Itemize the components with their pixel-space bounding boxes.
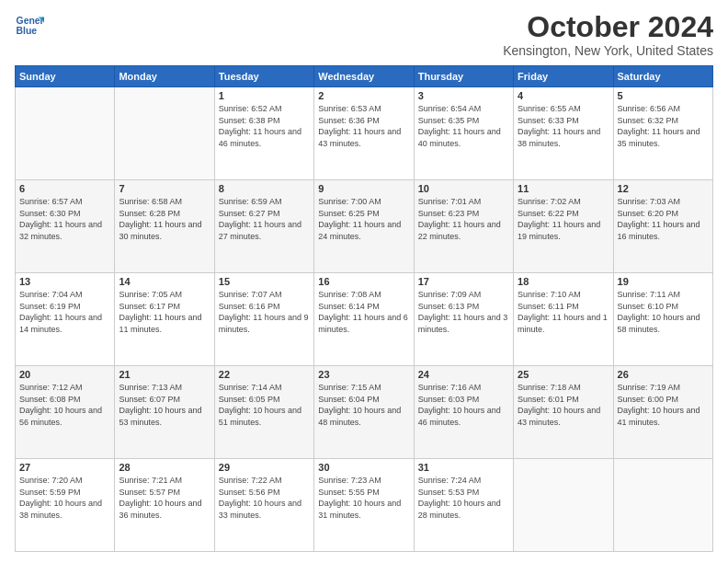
calendar-cell: 13Sunrise: 7:04 AM Sunset: 6:19 PM Dayli… <box>16 273 115 366</box>
day-number: 30 <box>318 462 409 473</box>
day-number: 9 <box>318 183 409 194</box>
day-number: 25 <box>518 369 609 380</box>
day-number: 31 <box>418 462 509 473</box>
day-number: 8 <box>219 183 310 194</box>
calendar-cell: 30Sunrise: 7:23 AM Sunset: 5:55 PM Dayli… <box>314 459 414 552</box>
calendar-cell: 2Sunrise: 6:53 AM Sunset: 6:36 PM Daylig… <box>314 87 414 180</box>
calendar-cell <box>514 459 613 552</box>
calendar-cell: 11Sunrise: 7:02 AM Sunset: 6:22 PM Dayli… <box>514 180 613 273</box>
day-number: 6 <box>19 183 110 194</box>
header: General Blue October 2024 Kensington, Ne… <box>15 11 713 58</box>
day-number: 23 <box>318 369 409 380</box>
day-info: Sunrise: 6:52 AM Sunset: 6:38 PM Dayligh… <box>219 103 310 149</box>
day-info: Sunrise: 7:07 AM Sunset: 6:16 PM Dayligh… <box>219 289 310 335</box>
day-info: Sunrise: 6:53 AM Sunset: 6:36 PM Dayligh… <box>318 103 409 149</box>
title-block: October 2024 Kensington, New York, Unite… <box>503 11 713 58</box>
day-number: 29 <box>219 462 310 473</box>
calendar-cell <box>115 87 214 180</box>
day-info: Sunrise: 6:54 AM Sunset: 6:35 PM Dayligh… <box>418 103 509 149</box>
day-number: 19 <box>618 276 709 287</box>
day-info: Sunrise: 6:57 AM Sunset: 6:30 PM Dayligh… <box>19 196 110 242</box>
calendar-table: SundayMondayTuesdayWednesdayThursdayFrid… <box>15 65 713 552</box>
calendar-week-4: 20Sunrise: 7:12 AM Sunset: 6:08 PM Dayli… <box>16 366 713 459</box>
day-info: Sunrise: 7:02 AM Sunset: 6:22 PM Dayligh… <box>518 196 609 242</box>
day-number: 1 <box>219 90 310 101</box>
day-number: 17 <box>418 276 509 287</box>
day-info: Sunrise: 7:15 AM Sunset: 6:04 PM Dayligh… <box>318 382 409 428</box>
calendar-cell: 21Sunrise: 7:13 AM Sunset: 6:07 PM Dayli… <box>115 366 214 459</box>
logo-icon: General Blue <box>15 11 44 40</box>
day-info: Sunrise: 6:55 AM Sunset: 6:33 PM Dayligh… <box>518 103 609 149</box>
calendar-week-3: 13Sunrise: 7:04 AM Sunset: 6:19 PM Dayli… <box>16 273 713 366</box>
day-info: Sunrise: 7:24 AM Sunset: 5:53 PM Dayligh… <box>418 475 509 521</box>
page: General Blue October 2024 Kensington, Ne… <box>0 0 728 563</box>
day-info: Sunrise: 6:56 AM Sunset: 6:32 PM Dayligh… <box>618 103 709 149</box>
calendar-cell: 5Sunrise: 6:56 AM Sunset: 6:32 PM Daylig… <box>613 87 712 180</box>
day-number: 15 <box>219 276 310 287</box>
calendar-cell: 18Sunrise: 7:10 AM Sunset: 6:11 PM Dayli… <box>514 273 613 366</box>
calendar-cell: 28Sunrise: 7:21 AM Sunset: 5:57 PM Dayli… <box>115 459 214 552</box>
calendar-cell: 14Sunrise: 7:05 AM Sunset: 6:17 PM Dayli… <box>115 273 214 366</box>
day-number: 24 <box>418 369 509 380</box>
calendar-cell: 17Sunrise: 7:09 AM Sunset: 6:13 PM Dayli… <box>414 273 513 366</box>
calendar-body: 1Sunrise: 6:52 AM Sunset: 6:38 PM Daylig… <box>16 87 713 552</box>
day-info: Sunrise: 7:03 AM Sunset: 6:20 PM Dayligh… <box>618 196 709 242</box>
calendar-cell: 10Sunrise: 7:01 AM Sunset: 6:23 PM Dayli… <box>414 180 513 273</box>
day-info: Sunrise: 7:01 AM Sunset: 6:23 PM Dayligh… <box>418 196 509 242</box>
day-info: Sunrise: 7:16 AM Sunset: 6:03 PM Dayligh… <box>418 382 509 428</box>
calendar-cell: 29Sunrise: 7:22 AM Sunset: 5:56 PM Dayli… <box>214 459 313 552</box>
weekday-header-friday: Friday <box>514 66 613 87</box>
weekday-header-monday: Monday <box>115 66 214 87</box>
day-number: 28 <box>119 462 210 473</box>
location: Kensington, New York, United States <box>503 43 713 58</box>
calendar-cell <box>16 87 115 180</box>
day-info: Sunrise: 7:12 AM Sunset: 6:08 PM Dayligh… <box>19 382 110 428</box>
day-info: Sunrise: 7:20 AM Sunset: 5:59 PM Dayligh… <box>19 475 110 521</box>
calendar-cell: 15Sunrise: 7:07 AM Sunset: 6:16 PM Dayli… <box>214 273 313 366</box>
weekday-header-saturday: Saturday <box>613 66 712 87</box>
day-info: Sunrise: 7:18 AM Sunset: 6:01 PM Dayligh… <box>518 382 609 428</box>
calendar-cell: 9Sunrise: 7:00 AM Sunset: 6:25 PM Daylig… <box>314 180 414 273</box>
day-number: 22 <box>219 369 310 380</box>
day-number: 27 <box>19 462 110 473</box>
day-info: Sunrise: 7:10 AM Sunset: 6:11 PM Dayligh… <box>518 289 609 335</box>
day-number: 18 <box>518 276 609 287</box>
calendar-cell: 27Sunrise: 7:20 AM Sunset: 5:59 PM Dayli… <box>16 459 115 552</box>
day-info: Sunrise: 7:14 AM Sunset: 6:05 PM Dayligh… <box>219 382 310 428</box>
calendar-cell: 23Sunrise: 7:15 AM Sunset: 6:04 PM Dayli… <box>314 366 414 459</box>
calendar-cell: 31Sunrise: 7:24 AM Sunset: 5:53 PM Dayli… <box>414 459 513 552</box>
calendar-cell: 4Sunrise: 6:55 AM Sunset: 6:33 PM Daylig… <box>514 87 613 180</box>
day-number: 2 <box>318 90 409 101</box>
calendar-week-1: 1Sunrise: 6:52 AM Sunset: 6:38 PM Daylig… <box>16 87 713 180</box>
day-info: Sunrise: 7:19 AM Sunset: 6:00 PM Dayligh… <box>618 382 709 428</box>
calendar-cell: 24Sunrise: 7:16 AM Sunset: 6:03 PM Dayli… <box>414 366 513 459</box>
weekday-header-sunday: Sunday <box>16 66 115 87</box>
day-number: 14 <box>119 276 210 287</box>
day-info: Sunrise: 7:00 AM Sunset: 6:25 PM Dayligh… <box>318 196 409 242</box>
calendar-cell: 3Sunrise: 6:54 AM Sunset: 6:35 PM Daylig… <box>414 87 513 180</box>
day-number: 5 <box>618 90 709 101</box>
day-number: 13 <box>19 276 110 287</box>
calendar-cell: 26Sunrise: 7:19 AM Sunset: 6:00 PM Dayli… <box>613 366 712 459</box>
calendar-cell: 12Sunrise: 7:03 AM Sunset: 6:20 PM Dayli… <box>613 180 712 273</box>
day-number: 7 <box>119 183 210 194</box>
calendar-week-5: 27Sunrise: 7:20 AM Sunset: 5:59 PM Dayli… <box>16 459 713 552</box>
calendar-header-row: SundayMondayTuesdayWednesdayThursdayFrid… <box>16 66 713 87</box>
day-info: Sunrise: 7:23 AM Sunset: 5:55 PM Dayligh… <box>318 475 409 521</box>
day-number: 4 <box>518 90 609 101</box>
day-info: Sunrise: 6:58 AM Sunset: 6:28 PM Dayligh… <box>119 196 210 242</box>
day-number: 11 <box>518 183 609 194</box>
day-number: 3 <box>418 90 509 101</box>
day-info: Sunrise: 7:21 AM Sunset: 5:57 PM Dayligh… <box>119 475 210 521</box>
day-info: Sunrise: 7:08 AM Sunset: 6:14 PM Dayligh… <box>318 289 409 335</box>
day-info: Sunrise: 6:59 AM Sunset: 6:27 PM Dayligh… <box>219 196 310 242</box>
day-number: 10 <box>418 183 509 194</box>
day-info: Sunrise: 7:09 AM Sunset: 6:13 PM Dayligh… <box>418 289 509 335</box>
svg-text:Blue: Blue <box>17 26 38 36</box>
calendar-cell: 22Sunrise: 7:14 AM Sunset: 6:05 PM Dayli… <box>214 366 313 459</box>
day-number: 16 <box>318 276 409 287</box>
logo: General Blue <box>15 11 44 40</box>
month-title: October 2024 <box>503 11 713 43</box>
day-number: 21 <box>119 369 210 380</box>
calendar-cell: 8Sunrise: 6:59 AM Sunset: 6:27 PM Daylig… <box>214 180 313 273</box>
